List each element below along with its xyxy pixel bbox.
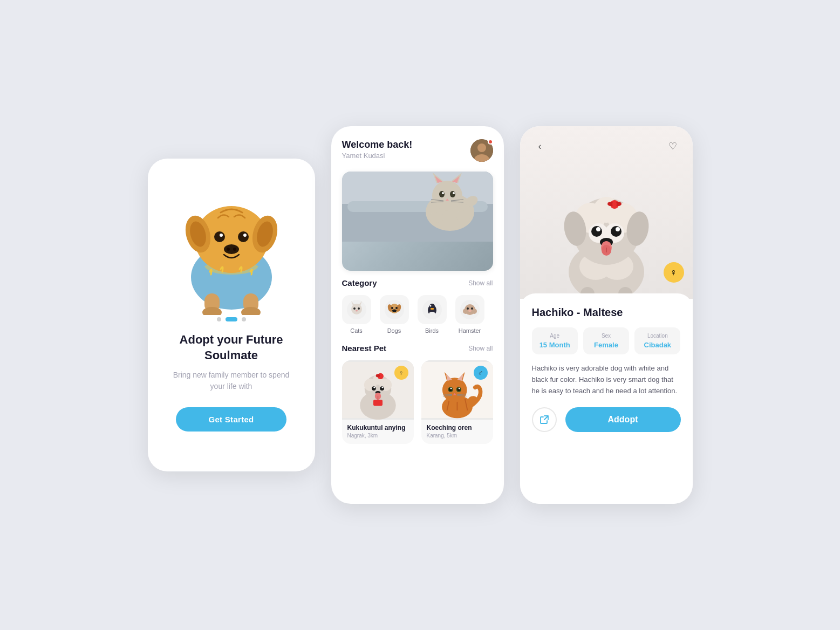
back-button[interactable]: ‹ <box>531 137 549 155</box>
pagination-dots <box>217 317 246 321</box>
home-header: Welcome back! Yamet Kudasi <box>342 139 493 162</box>
share-button[interactable] <box>532 407 557 432</box>
greeting-text: Welcome back! <box>342 139 413 150</box>
svg-point-75 <box>375 374 380 378</box>
nearest-pet-2-info: Koeching oren Karang, 5km <box>421 420 493 444</box>
sex-value: Female <box>588 341 625 349</box>
adopt-button[interactable]: Addopt <box>565 407 681 432</box>
category-cats[interactable]: Cats <box>342 295 371 334</box>
category-hamster[interactable]: Hamster <box>455 295 484 334</box>
nearest-pet-1-info: Kukukuntul anying Nagrak, 3km <box>342 420 414 444</box>
screen-detail: ‹ ♡ <box>520 126 693 504</box>
favorite-button[interactable]: ♡ <box>664 137 682 155</box>
svg-point-10 <box>214 231 225 242</box>
detail-hero: ‹ ♡ <box>520 126 693 299</box>
hamster-label: Hamster <box>459 327 481 334</box>
location-label: Location <box>639 333 676 339</box>
stat-sex: Sex Female <box>583 327 629 354</box>
nearest-pet-1-name: Kukukuntul anying <box>347 424 408 432</box>
dog-image-area <box>161 159 302 315</box>
svg-point-12 <box>220 234 223 237</box>
category-dogs[interactable]: Dogs <box>380 295 409 334</box>
svg-point-58 <box>429 312 435 316</box>
nearest-pet-2-image: ♂ <box>421 360 493 420</box>
greeting-block: Welcome back! Yamet Kudasi <box>342 139 413 160</box>
detail-body: Hachiko - Maltese Age 15 Month Sex Femal… <box>520 293 693 504</box>
svg-point-65 <box>467 307 469 310</box>
featured-card[interactable]: Ucing Reuwas Cat always aware when unfam… <box>342 172 493 271</box>
nearest-pet-1-image: ♀ <box>342 360 414 420</box>
gender-badge-female: ♀ <box>394 366 408 380</box>
svg-point-4 <box>241 307 261 315</box>
hamster-icon <box>455 295 484 324</box>
svg-point-15 <box>227 248 230 251</box>
svg-point-16 <box>233 248 236 251</box>
category-birds[interactable]: Birds <box>418 295 447 334</box>
dot-2-active <box>226 317 237 321</box>
svg-point-32 <box>453 192 455 194</box>
nearest-pet-1-location: Nagrak, 3km <box>347 433 408 439</box>
svg-point-53 <box>395 307 398 309</box>
detail-stats-row: Age 15 Month Sex Female Location Cibadak <box>532 327 681 354</box>
category-title: Category <box>342 278 377 287</box>
nearest-pet-2[interactable]: ♂ Koeching oren Karang, 5km <box>421 360 493 444</box>
category-row: Cats Dogs <box>342 295 493 334</box>
cats-icon <box>342 295 371 324</box>
svg-point-24 <box>432 181 462 211</box>
user-name: Yamet Kudasi <box>342 152 413 160</box>
svg-point-127 <box>597 228 599 230</box>
svg-point-126 <box>616 227 620 231</box>
onboard-title: Adopt your Future Soulmate <box>148 332 315 363</box>
svg-point-38 <box>429 212 444 223</box>
featured-image <box>342 172 493 271</box>
svg-point-31 <box>442 192 444 194</box>
svg-point-30 <box>450 191 455 197</box>
screen-home: Welcome back! Yamet Kudasi <box>331 126 504 504</box>
detail-nav: ‹ ♡ <box>520 137 693 155</box>
stat-age: Age 15 Month <box>532 327 578 354</box>
svg-point-135 <box>612 202 617 206</box>
dogs-label: Dogs <box>387 327 401 334</box>
onboard-subtitle: Bring new family member to spend your li… <box>148 369 315 392</box>
svg-point-3 <box>202 307 222 315</box>
svg-point-46 <box>358 307 360 310</box>
nearest-pet-2-location: Karang, 5km <box>427 433 488 439</box>
svg-point-11 <box>238 231 249 242</box>
nearest-title: Nearest Pet <box>342 344 387 353</box>
svg-point-29 <box>439 191 445 197</box>
svg-point-52 <box>391 307 393 309</box>
svg-point-13 <box>243 234 247 237</box>
svg-point-98 <box>450 388 452 389</box>
nearest-pet-2-name: Koeching oren <box>427 424 488 432</box>
get-started-button[interactable]: Get Started <box>176 407 286 432</box>
screens-container: Adopt your Future Soulmate Bring new fam… <box>148 126 693 504</box>
svg-rect-59 <box>431 308 434 310</box>
nearest-pet-1[interactable]: ♀ Kukukuntul anying Nagrak, 3km <box>342 360 414 444</box>
category-section-header: Category Show all <box>342 278 493 287</box>
dot-3 <box>242 317 246 321</box>
svg-point-18 <box>477 143 486 152</box>
svg-point-89 <box>442 378 467 402</box>
birds-icon <box>418 295 447 324</box>
screen-onboard: Adopt your Future Soulmate Bring new fam… <box>148 159 315 471</box>
svg-point-54 <box>392 310 397 312</box>
dogs-icon <box>380 295 409 324</box>
age-label: Age <box>536 333 573 339</box>
category-show-all[interactable]: Show all <box>468 279 493 287</box>
svg-point-124 <box>611 226 622 237</box>
nearest-show-all[interactable]: Show all <box>468 345 493 352</box>
user-avatar[interactable] <box>470 139 493 162</box>
svg-point-60 <box>429 305 431 307</box>
svg-rect-83 <box>373 400 382 406</box>
stat-location: Location Cibadak <box>634 327 680 354</box>
svg-point-79 <box>381 387 383 388</box>
svg-point-67 <box>468 310 472 312</box>
svg-point-47 <box>356 310 358 312</box>
age-value: 15 Month <box>536 341 573 349</box>
cats-label: Cats <box>350 327 363 334</box>
detail-pet-name: Hachiko - Maltese <box>532 306 681 319</box>
sex-label: Sex <box>588 333 625 339</box>
birds-label: Birds <box>425 327 439 334</box>
notification-dot <box>488 139 493 145</box>
nearest-grid: ♀ Kukukuntul anying Nagrak, 3km <box>342 360 493 444</box>
